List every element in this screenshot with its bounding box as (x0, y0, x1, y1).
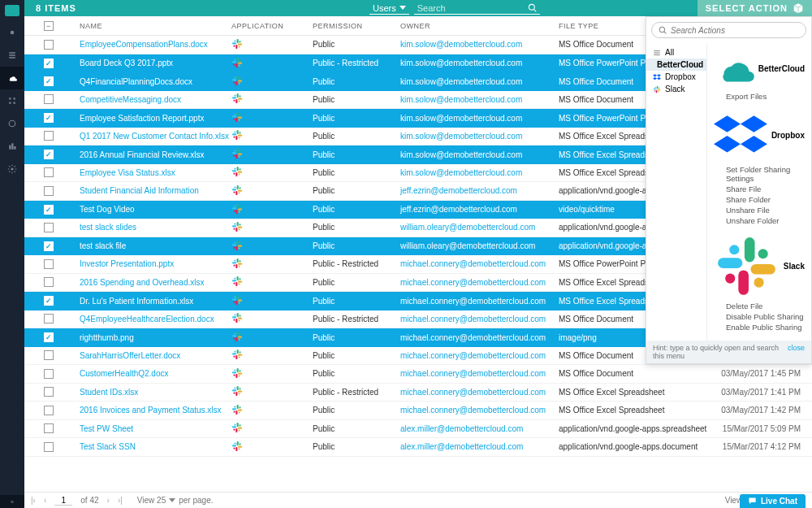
action-item[interactable]: Set Folder Sharing Settings (714, 164, 805, 184)
row-checkbox[interactable] (44, 387, 54, 397)
cell-name[interactable]: rightthumb.png (73, 333, 231, 342)
cell-name[interactable]: Q1 2017 New Customer Contact Info.xlsx (73, 132, 231, 141)
table-row[interactable]: 2016 Invoices and Payment Status.xlsxPub… (24, 402, 812, 420)
row-checkbox[interactable] (44, 277, 54, 287)
table-row[interactable]: Student IDs.xlsxPublic - Restrictedmicha… (24, 384, 812, 402)
cell-owner[interactable]: michael.connery@demobettercloud.com (400, 297, 559, 306)
cell-owner[interactable]: michael.connery@demobettercloud.com (400, 333, 559, 342)
cell-name[interactable]: Dr. Lu's Patient Information.xlsx (73, 297, 231, 306)
action-item[interactable]: Share File (714, 184, 805, 194)
cell-owner[interactable]: jeff.ezrin@demobettercloud.com (400, 186, 559, 195)
action-item[interactable]: Unshare File (714, 205, 805, 215)
cell-owner[interactable]: william.oleary@demobettercloud.com (400, 241, 559, 250)
row-checkbox[interactable] (44, 350, 54, 360)
service-slack[interactable]: Slack (646, 83, 706, 95)
service-bettercloud[interactable]: BetterCloud (646, 59, 706, 71)
cell-name[interactable]: Q4FinancialPlanningDocs.docx (73, 77, 231, 86)
service-all[interactable]: All (646, 46, 706, 59)
row-checkbox[interactable] (44, 406, 54, 415)
service-dropbox[interactable]: Dropbox (646, 71, 706, 83)
cell-name[interactable]: 2016 Annual Financial Review.xlsx (73, 150, 231, 159)
cell-name[interactable]: Investor Presentation.pptx (73, 259, 231, 268)
cell-name[interactable]: 2016 Invoices and Payment Status.xlsx (73, 406, 231, 415)
select-action-button[interactable]: SELECT ACTION (698, 0, 812, 16)
cell-owner[interactable]: william.oleary@demobettercloud.com (400, 223, 559, 232)
nav-item-6[interactable] (0, 135, 24, 158)
row-checkbox[interactable] (44, 223, 54, 232)
row-checkbox[interactable]: ✓ (44, 113, 54, 123)
action-item[interactable]: Delete File (714, 301, 805, 311)
cell-owner[interactable]: kim.solow@demobettercloud.com (400, 150, 559, 159)
view-size-select[interactable]: View 25 (137, 496, 166, 505)
cell-name[interactable]: Test PW Sheet (73, 424, 231, 433)
cell-name[interactable]: Student Financial Aid Information (73, 186, 231, 195)
close-panel-link[interactable]: close (788, 344, 805, 360)
col-header-application[interactable]: APPLICATION (231, 22, 313, 30)
cell-owner[interactable]: kim.solow@demobettercloud.com (400, 114, 559, 123)
row-checkbox[interactable]: ✓ (44, 150, 54, 159)
page-prev[interactable]: ‹ (44, 496, 46, 505)
cell-name[interactable]: Board Deck Q3 2017.pptx (73, 59, 231, 67)
cell-name[interactable]: Employee Visa Status.xlsx (73, 168, 231, 177)
table-row[interactable]: Test PW SheetPublicalex.miller@demobette… (24, 420, 812, 439)
cell-owner[interactable]: michael.connery@demobettercloud.com (400, 369, 559, 378)
row-checkbox[interactable] (44, 314, 54, 323)
cell-owner[interactable]: alex.miller@demobettercloud.com (400, 442, 559, 451)
action-item[interactable]: Unshare Folder (714, 215, 805, 226)
nav-item-5[interactable] (0, 112, 24, 135)
cell-owner[interactable]: alex.miller@demobettercloud.com (400, 424, 559, 433)
row-checkbox[interactable] (44, 369, 54, 379)
search-input[interactable] (417, 3, 523, 13)
row-checkbox[interactable]: ✓ (44, 205, 54, 215)
cell-owner[interactable]: kim.solow@demobettercloud.com (400, 132, 559, 141)
cell-name[interactable]: Test Slack SSN (73, 442, 231, 451)
cell-owner[interactable]: kim.solow@demobettercloud.com (400, 59, 559, 67)
cell-owner[interactable]: michael.connery@demobettercloud.com (400, 388, 559, 397)
row-checkbox[interactable]: ✓ (44, 59, 54, 68)
row-checkbox[interactable]: ✓ (44, 241, 54, 251)
page-first[interactable]: |‹ (31, 496, 36, 505)
row-checkbox[interactable]: ✓ (44, 296, 54, 306)
cell-name[interactable]: CompetitiveMessaging.docx (73, 95, 231, 104)
cell-name[interactable]: CustomerHealthQ2.docx (73, 369, 231, 378)
cell-name[interactable]: Test Dog Video (73, 205, 231, 214)
live-chat-button[interactable]: Live Chat (740, 494, 806, 508)
filter-select[interactable]: Users (369, 2, 409, 15)
nav-item-1[interactable] (0, 21, 24, 44)
cell-owner[interactable]: michael.connery@demobettercloud.com (400, 406, 559, 415)
col-header-owner[interactable]: OWNER (400, 22, 559, 30)
expand-sidebar-button[interactable]: » (0, 495, 24, 508)
row-checkbox[interactable] (44, 40, 54, 50)
action-item[interactable]: Export Files (714, 91, 805, 102)
cell-owner[interactable]: michael.connery@demobettercloud.com (400, 315, 559, 323)
cell-name[interactable]: Employee Satisfaction Report.pptx (73, 114, 231, 123)
nav-item-4[interactable] (0, 89, 24, 112)
cell-name[interactable]: Q4EmployeeHealthcareElection.docx (73, 315, 231, 323)
nav-item-gear[interactable] (0, 158, 24, 180)
col-header-name[interactable]: NAME (73, 22, 231, 30)
nav-item-cloud[interactable] (0, 67, 24, 89)
col-header-permission[interactable]: PERMISSION (313, 22, 400, 30)
page-last[interactable]: ›| (118, 496, 123, 505)
table-row[interactable]: Test Slack SSNPublicalex.miller@demobett… (24, 438, 812, 457)
page-input[interactable] (54, 496, 72, 506)
row-checkbox[interactable] (44, 423, 54, 433)
cell-owner[interactable]: jeff.ezrin@demobettercloud.com (400, 205, 559, 214)
row-checkbox[interactable] (44, 167, 54, 177)
row-checkbox[interactable]: ✓ (44, 332, 54, 342)
row-checkbox[interactable] (44, 259, 54, 269)
row-checkbox[interactable] (44, 94, 54, 104)
cell-owner[interactable]: michael.connery@demobettercloud.com (400, 278, 559, 287)
cell-name[interactable]: test slack slides (73, 223, 231, 232)
cell-owner[interactable]: michael.connery@demobettercloud.com (400, 259, 559, 268)
table-row[interactable]: CustomerHealthQ2.docxPublicmichael.conne… (24, 365, 812, 384)
action-item[interactable]: Share Folder (714, 194, 805, 205)
select-all-checkbox[interactable]: − (44, 21, 54, 31)
page-next[interactable]: › (107, 496, 110, 505)
row-checkbox[interactable] (44, 186, 54, 196)
cell-name[interactable]: test slack file (73, 241, 231, 250)
row-checkbox[interactable] (44, 131, 54, 141)
nav-item-2[interactable] (0, 44, 24, 67)
cell-owner[interactable]: kim.solow@demobettercloud.com (400, 168, 559, 177)
search-box[interactable] (414, 2, 540, 15)
